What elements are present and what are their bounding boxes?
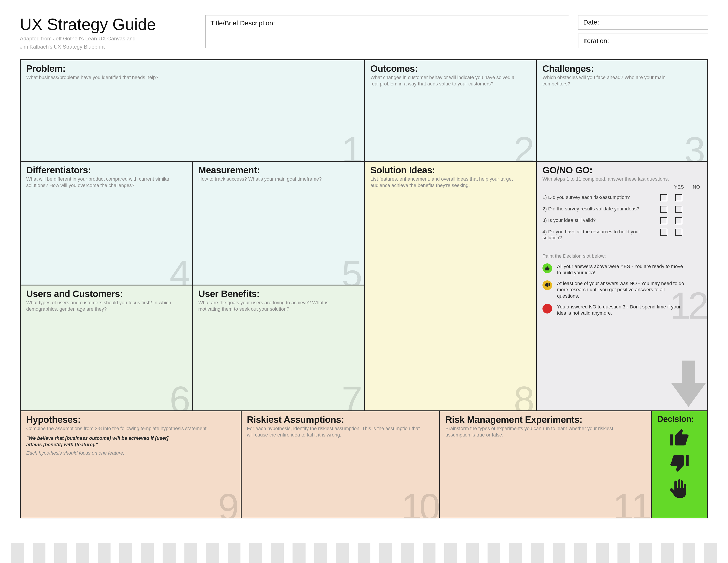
date-label: Date: [583,19,599,26]
gono-q2-row: 2) Did the survey results validate your … [542,206,702,213]
cell-exp-title: Risk Management Experiments: [445,415,646,425]
gono-q1-yes-checkbox[interactable] [660,194,667,201]
cell-users-title: Users and Customers: [26,289,187,299]
cell-outcomes-sub: What changes in customer behavior will i… [370,74,523,87]
cell-measure-number: 5 [341,255,362,285]
cell-hypotheses[interactable]: Hypotheses: Combine the assumptions from… [21,411,241,518]
cell-benefits-sub: What are the goals your users are trying… [198,300,351,312]
cell-diff-sub: What will be different in your product c… [26,176,179,188]
cell-benefits[interactable]: User Benefits: What are the goals your u… [193,285,365,411]
cell-hyp-number: 9 [218,488,239,518]
gono-yes-head: YES [674,184,684,190]
cell-challenges-sub: Which obstacles will you face ahead? Who… [542,74,694,87]
gono-q1-no-checkbox[interactable] [675,194,682,201]
cell-users-number: 6 [169,381,190,411]
page-title: UX Strategy Guide [20,15,196,34]
cell-outcomes[interactable]: Outcomes: What changes in customer behav… [365,60,537,161]
gono-q2-no-checkbox[interactable] [675,206,682,213]
gono-legend-green-text: All your answers above were YES - You ar… [557,263,687,276]
cell-solution[interactable]: Solution Ideas: List features, enhanceme… [365,161,537,411]
iteration-label: Iteration: [583,37,609,44]
header-title-block: UX Strategy Guide Adapted from Jeff Goth… [20,15,196,50]
cell-hyp-sub: Combine the assumptions from 2-8 into th… [26,426,225,432]
title-brief-label: Title/Brief Description: [210,19,275,27]
cell-decision[interactable]: Decision: [651,411,707,518]
gono-q4-yes-checkbox[interactable] [660,229,667,236]
gono-q3-yes-checkbox[interactable] [660,217,667,224]
cell-diff-number: 4 [169,255,190,285]
cell-problem-number: 1 [341,131,362,161]
gono-q3: 3) Is your idea still valid? [542,217,657,223]
arrow-down-icon [671,361,706,411]
cell-exp-sub: Brainstorm the types of experiments you … [445,426,636,438]
cell-riskiest[interactable]: Riskiest Assumptions: For each hypothesi… [241,411,440,518]
gono-legend-red: You answered NO to question 3 - Don't sp… [542,304,702,317]
cell-outcomes-title: Outcomes: [370,63,531,74]
gono-legend-green: All your answers above were YES - You ar… [542,263,702,276]
stop-icon [542,304,552,314]
title-brief-input[interactable]: Title/Brief Description: [205,15,569,48]
gono-q2: 2) Did the survey results validate your … [542,206,657,212]
cell-gono-sub: With steps 1 to 11 completed, answer the… [542,176,694,182]
cell-measurement[interactable]: Measurement: How to track success? What'… [193,161,365,285]
hand-stop-icon [668,478,690,500]
gono-column-heads: YES NO [542,184,702,190]
cell-users[interactable]: Users and Customers: What types of users… [21,285,193,411]
cell-solution-sub: List features, enhancement, and overall … [370,176,523,188]
cell-challenges[interactable]: Challenges: Which obstacles will you fac… [537,60,707,161]
cell-risk-sub: For each hypothesis, identify the riskie… [247,426,425,438]
gono-q1-row: 1) Did you survey each risk/assumption? [542,194,702,201]
cell-gonogo[interactable]: GO/NO GO: With steps 1 to 11 completed, … [537,161,707,411]
cell-risk-number: 10 [401,488,437,518]
cell-challenges-title: Challenges: [542,63,702,74]
cell-solution-number: 8 [514,381,535,411]
cell-measure-title: Measurement: [198,165,359,175]
cell-users-sub: What types of users and customers should… [26,300,179,312]
cell-exp-number: 11 [613,488,649,518]
gono-q4-row: 4) Do you have all the resources to buil… [542,229,702,241]
cell-risk-title: Riskiest Assumptions: [247,415,434,425]
cell-outcomes-number: 2 [514,131,535,161]
thumbs-up-icon [542,263,552,273]
gono-q1: 1) Did you survey each risk/assumption? [542,194,657,200]
hyp-template-quote: "We believe that [business outcome] will… [26,435,176,448]
cell-differentiators[interactable]: Differentiators: What will be different … [21,161,193,285]
gono-legend-amber: At least one of your answers was NO - Yo… [542,280,702,300]
gono-q2-yes-checkbox[interactable] [660,206,667,213]
cell-decision-title: Decision: [657,415,702,424]
cell-hyp-title: Hypotheses: [26,415,235,425]
thumbs-up-icon [668,426,690,448]
cell-benefits-number: 7 [341,381,362,411]
gono-paint-label: Paint the Decision slot below: [542,253,702,259]
cell-gono-title: GO/NO GO: [542,165,702,175]
gono-q3-row: 3) Is your idea still valid? [542,217,702,224]
page-subtitle-2: Jim Kalbach's UX Strategy Blueprint [20,43,196,50]
cell-benefits-title: User Benefits: [198,289,359,299]
gono-legend-amber-text: At least one of your answers was NO - Yo… [557,280,687,300]
gono-q3-no-checkbox[interactable] [675,217,682,224]
thumbs-down-icon [668,452,690,474]
gono-no-head: NO [693,184,700,190]
cell-problem-title: Problem: [26,63,359,74]
cell-experiments[interactable]: Risk Management Experiments: Brainstorm … [440,411,651,518]
footer-notches [0,537,728,563]
gono-legend-red-text: You answered NO to question 3 - Don't sp… [557,304,687,317]
iteration-input[interactable]: Iteration: [578,34,708,48]
thumbs-down-icon [542,280,552,290]
decision-icons [657,426,702,500]
header: UX Strategy Guide Adapted from Jeff Goth… [20,15,708,57]
cell-problem[interactable]: Problem: What business/problems have you… [21,60,365,161]
date-input[interactable]: Date: [578,15,708,30]
cell-measure-sub: How to track success? What's your main g… [198,176,351,182]
gono-q4: 4) Do you have all the resources to buil… [542,229,657,241]
page-subtitle-1: Adapted from Jeff Gothelf's Lean UX Canv… [20,35,196,42]
cell-solution-title: Solution Ideas: [370,165,531,175]
gono-q4-no-checkbox[interactable] [675,229,682,236]
cell-diff-title: Differentiators: [26,165,187,175]
cell-problem-sub: What business/problems have you identifi… [26,74,342,81]
ux-canvas: Problem: What business/problems have you… [20,59,708,518]
cell-challenges-number: 3 [684,131,705,161]
hyp-note: Each hypothesis should focus on one feat… [26,450,235,456]
